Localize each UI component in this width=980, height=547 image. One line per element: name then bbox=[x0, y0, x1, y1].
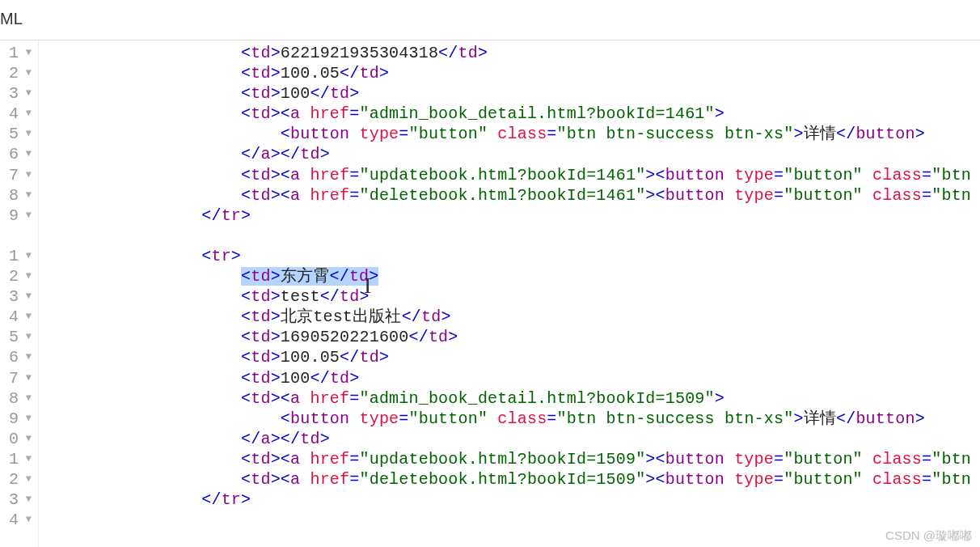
code-line[interactable] bbox=[44, 226, 980, 246]
fold-icon[interactable]: ▼ bbox=[23, 409, 32, 429]
fold-icon[interactable]: ▼ bbox=[23, 449, 32, 469]
token-p: > bbox=[793, 409, 803, 428]
gutter-line[interactable] bbox=[0, 530, 32, 547]
code-line[interactable]: <td><a href="admin_book_detail.html?book… bbox=[44, 104, 980, 124]
token-attr: href bbox=[310, 104, 349, 123]
code-line[interactable]: <td>100.05</td> bbox=[44, 63, 980, 83]
code-line[interactable]: <button type="button" class="btn btn-suc… bbox=[44, 124, 980, 144]
code-line[interactable]: </tr> bbox=[44, 490, 980, 510]
code-line[interactable]: <td><a href="deletebook.html?bookId=1461… bbox=[44, 185, 980, 206]
code-line[interactable]: <td><a href="deletebook.html?bookId=1509… bbox=[44, 469, 980, 490]
code-area[interactable]: <td>6221921935304318</td> <td>100.05</td… bbox=[39, 40, 980, 547]
code-line[interactable] bbox=[44, 530, 980, 547]
gutter-line[interactable]: 1▼ bbox=[0, 449, 32, 469]
gutter-line[interactable] bbox=[0, 226, 32, 246]
gutter-line[interactable]: 1▼ bbox=[0, 43, 32, 63]
code-line[interactable]: <td>6221921935304318</td> bbox=[44, 43, 980, 63]
gutter-line[interactable]: 5▼ bbox=[0, 124, 32, 144]
code-line[interactable]: <td><a href="updatebook.html?bookId=1509… bbox=[44, 449, 980, 469]
token-p: > bbox=[320, 145, 330, 163]
gutter-line[interactable]: 9▼ bbox=[0, 409, 32, 429]
fold-icon[interactable]: ▼ bbox=[23, 327, 32, 347]
token-tag: tr bbox=[222, 490, 241, 509]
token-tag: tr bbox=[222, 206, 241, 225]
code-line[interactable]: </a></td> bbox=[44, 144, 980, 164]
code-line[interactable]: <td>100</td> bbox=[44, 368, 980, 388]
gutter-line[interactable]: 2▼ bbox=[0, 63, 32, 83]
fold-icon[interactable]: ▼ bbox=[23, 83, 32, 104]
token-attr: type bbox=[734, 450, 774, 469]
code-line[interactable]: <tr> bbox=[44, 246, 980, 266]
gutter-line[interactable]: 6▼ bbox=[0, 347, 32, 367]
token-txt bbox=[863, 450, 872, 469]
fold-icon[interactable]: ▼ bbox=[23, 429, 32, 449]
fold-icon[interactable]: ▼ bbox=[23, 43, 32, 63]
token-p: > bbox=[271, 267, 281, 286]
token-p: > bbox=[448, 328, 458, 346]
gutter-line[interactable]: 4▼ bbox=[0, 510, 32, 530]
gutter-line[interactable]: 4▼ bbox=[0, 104, 32, 124]
line-number-gutter[interactable]: 1▼2▼3▼4▼5▼6▼7▼8▼9▼1▼2▼3▼4▼5▼6▼7▼8▼9▼0▼1▼… bbox=[0, 40, 39, 547]
token-p: </ bbox=[320, 287, 340, 306]
fold-icon[interactable]: ▼ bbox=[23, 510, 32, 530]
token-p: > bbox=[915, 409, 925, 428]
fold-icon[interactable]: ▼ bbox=[23, 104, 32, 124]
code-line[interactable]: <td>北京test出版社</td> bbox=[44, 307, 980, 327]
gutter-line[interactable]: 3▼ bbox=[0, 490, 32, 510]
gutter-line[interactable]: 3▼ bbox=[0, 286, 32, 307]
gutter-line[interactable]: 2▼ bbox=[0, 266, 32, 286]
token-txt bbox=[300, 470, 310, 489]
fold-icon[interactable]: ▼ bbox=[23, 469, 32, 490]
gutter-line[interactable]: 4▼ bbox=[0, 307, 32, 327]
code-line[interactable]: <button type="button" class="btn btn-suc… bbox=[44, 409, 980, 429]
code-line[interactable]: <td>1690520221600</td> bbox=[44, 327, 980, 347]
line-number: 7 bbox=[9, 368, 19, 388]
token-tag: td bbox=[251, 84, 270, 103]
fold-icon[interactable]: ▼ bbox=[23, 388, 32, 409]
fold-icon[interactable]: ▼ bbox=[23, 206, 32, 226]
fold-icon[interactable]: ▼ bbox=[23, 266, 32, 286]
gutter-line[interactable]: 8▼ bbox=[0, 185, 32, 206]
line-number: 6 bbox=[9, 144, 19, 164]
token-p: < bbox=[241, 186, 251, 205]
fold-icon[interactable]: ▼ bbox=[23, 490, 32, 510]
token-attr: type bbox=[359, 125, 399, 143]
gutter-line[interactable]: 3▼ bbox=[0, 83, 32, 104]
code-line[interactable]: <td><a href="updatebook.html?bookId=1461… bbox=[44, 165, 980, 185]
fold-icon[interactable]: ▼ bbox=[23, 307, 32, 327]
fold-icon[interactable]: ▼ bbox=[23, 185, 32, 206]
code-editor[interactable]: 1▼2▼3▼4▼5▼6▼7▼8▼9▼1▼2▼3▼4▼5▼6▼7▼8▼9▼0▼1▼… bbox=[0, 40, 980, 547]
gutter-line[interactable]: 7▼ bbox=[0, 368, 32, 388]
code-line[interactable]: <td>test</td> bbox=[44, 286, 980, 307]
code-line[interactable] bbox=[44, 510, 980, 530]
gutter-line[interactable]: 5▼ bbox=[0, 327, 32, 347]
gutter-line[interactable]: 9▼ bbox=[0, 206, 32, 226]
token-p: > bbox=[715, 104, 724, 123]
token-p: </ bbox=[201, 206, 221, 225]
code-line[interactable]: <td>东方霄</td> bbox=[44, 266, 980, 286]
token-p: > bbox=[271, 307, 281, 326]
fold-icon[interactable]: ▼ bbox=[23, 347, 32, 367]
fold-icon[interactable]: ▼ bbox=[23, 286, 32, 307]
token-p: > bbox=[369, 267, 378, 286]
token-str: "button" bbox=[784, 186, 863, 205]
gutter-line[interactable]: 1▼ bbox=[0, 246, 32, 266]
fold-icon[interactable]: ▼ bbox=[23, 124, 32, 144]
code-line[interactable]: <td>100</td> bbox=[44, 83, 980, 104]
code-line[interactable]: </tr> bbox=[44, 206, 980, 226]
code-line[interactable]: </a></td> bbox=[44, 429, 980, 449]
fold-icon[interactable]: ▼ bbox=[23, 368, 32, 388]
gutter-line[interactable]: 8▼ bbox=[0, 388, 32, 409]
token-txt: 东方霄 bbox=[281, 267, 330, 286]
gutter-line[interactable]: 0▼ bbox=[0, 429, 32, 449]
fold-icon[interactable]: ▼ bbox=[23, 246, 32, 266]
fold-icon[interactable]: ▼ bbox=[23, 165, 32, 185]
gutter-line[interactable]: 6▼ bbox=[0, 144, 32, 164]
token-p: = bbox=[922, 186, 931, 205]
fold-icon[interactable]: ▼ bbox=[23, 63, 32, 83]
code-line[interactable]: <td>100.05</td> bbox=[44, 347, 980, 367]
fold-icon[interactable]: ▼ bbox=[23, 144, 32, 164]
code-line[interactable]: <td><a href="admin_book_detail.html?book… bbox=[44, 388, 980, 409]
gutter-line[interactable]: 7▼ bbox=[0, 165, 32, 185]
gutter-line[interactable]: 2▼ bbox=[0, 469, 32, 490]
